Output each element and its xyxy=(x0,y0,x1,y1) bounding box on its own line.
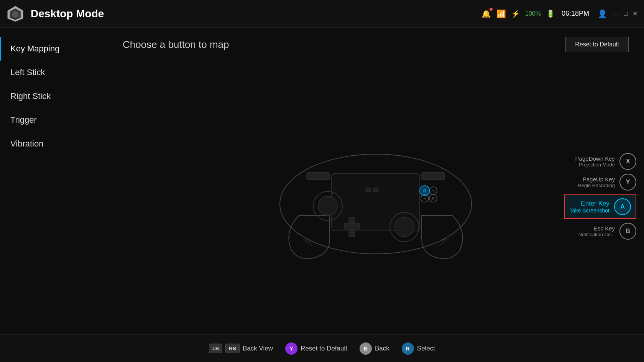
title-bar-status: 🔔 📶 ⚡ 100% 🔋 06:18PM 👤 xyxy=(481,9,607,18)
x-button-key: PageDown Key xyxy=(575,155,615,162)
a-button-key: Enter Key xyxy=(570,200,610,207)
sidebar-item-trigger[interactable]: Trigger xyxy=(0,108,107,132)
back-view-action: LB RB Back View xyxy=(209,344,273,353)
sidebar-item-vibration[interactable]: Vibration xyxy=(0,132,107,156)
y-circle-bottom: Y xyxy=(285,342,297,355)
y-button-item[interactable]: PageUp Key Begin Recording Y xyxy=(578,174,636,191)
close-button[interactable]: ✕ xyxy=(632,11,638,17)
app-logo xyxy=(6,5,25,23)
page-subtitle: Choose a button to map xyxy=(123,39,229,51)
controller-svg: X Y B R xyxy=(268,131,483,262)
back-label: Back xyxy=(375,345,389,352)
select-action[interactable]: R Select xyxy=(402,342,435,355)
b-button-key: Esc Key xyxy=(578,225,615,232)
notification-icon[interactable]: 🔔 xyxy=(481,9,491,18)
y-button-key: PageUp Key xyxy=(578,176,615,183)
x-button-circle[interactable]: X xyxy=(619,153,636,170)
button-list: PageDown Key Projection Mode X PageUp Ke… xyxy=(564,153,636,240)
svg-line-24 xyxy=(303,239,312,246)
profile-icon[interactable]: 👤 xyxy=(598,9,607,18)
a-button-action: Take Screenshot xyxy=(570,207,610,214)
sidebar-item-left-stick[interactable]: Left Stick xyxy=(0,61,107,84)
bottom-bar: LB RB Back View Y Reset to Default B Bac… xyxy=(0,334,644,362)
b-button-action: Notification Ce... xyxy=(578,232,615,237)
controller-area: X Y B R xyxy=(107,58,644,334)
wifi-icon: 📶 xyxy=(496,9,506,18)
bluetooth-icon: ⚡ xyxy=(511,10,520,18)
svg-rect-10 xyxy=(344,223,360,229)
a-button-item-highlighted[interactable]: Enter Key Take Screenshot A xyxy=(564,194,636,219)
back-view-label: Back View xyxy=(243,345,273,352)
app-title: Desktop Mode xyxy=(31,8,481,20)
rb-badge: RB xyxy=(225,344,240,353)
svg-point-8 xyxy=(395,217,414,237)
svg-text:R: R xyxy=(423,189,426,193)
svg-text:B: B xyxy=(432,197,435,201)
svg-text:X: X xyxy=(424,197,426,201)
main-header: Choose a button to map Reset to Default xyxy=(107,28,644,58)
svg-line-25 xyxy=(441,235,450,242)
b-button-item[interactable]: Esc Key Notification Ce... B xyxy=(578,223,636,240)
a-button-circle[interactable]: A xyxy=(614,198,631,215)
battery-indicator: 100% xyxy=(525,10,541,17)
svg-line-26 xyxy=(439,239,449,246)
svg-rect-22 xyxy=(373,188,378,192)
controller-image: X Y B R xyxy=(268,131,483,262)
sidebar-item-key-mapping[interactable]: Key Mapping xyxy=(0,37,107,61)
svg-rect-11 xyxy=(307,173,330,179)
window-controls: — □ ✕ xyxy=(613,11,638,17)
sidebar: Key Mapping Left Stick Right Stick Trigg… xyxy=(0,28,107,334)
x-button-action: Projection Mode xyxy=(575,162,615,168)
reset-default-action[interactable]: Y Reset to Default xyxy=(285,342,347,355)
reset-default-label: Reset to Default xyxy=(301,345,347,352)
main-content: Choose a button to map Reset to Default xyxy=(107,28,644,334)
minimize-button[interactable]: — xyxy=(613,11,619,17)
clock: 06:18PM xyxy=(562,10,589,18)
maximize-button[interactable]: □ xyxy=(623,11,629,17)
r-circle-bottom: R xyxy=(402,342,414,355)
b-button-circle[interactable]: B xyxy=(619,223,636,240)
lb-badge: LB xyxy=(209,344,222,353)
select-label: Select xyxy=(417,345,435,352)
x-button-item[interactable]: PageDown Key Projection Mode X xyxy=(575,153,636,170)
y-button-action: Begin Recording xyxy=(578,183,615,188)
reset-to-default-button[interactable]: Reset to Default xyxy=(565,37,629,52)
svg-text:Y: Y xyxy=(432,189,435,193)
sidebar-item-right-stick[interactable]: Right Stick xyxy=(0,84,107,108)
svg-point-6 xyxy=(318,196,337,216)
svg-rect-21 xyxy=(366,188,371,192)
battery-icon: 🔋 xyxy=(546,10,555,18)
back-action[interactable]: B Back xyxy=(360,342,389,355)
y-button-circle[interactable]: Y xyxy=(619,174,636,191)
b-circle-bottom: B xyxy=(360,342,372,355)
title-bar: Desktop Mode 🔔 📶 ⚡ 100% 🔋 06:18PM 👤 — □ … xyxy=(0,0,644,28)
svg-line-23 xyxy=(301,235,310,242)
svg-rect-12 xyxy=(422,173,445,179)
